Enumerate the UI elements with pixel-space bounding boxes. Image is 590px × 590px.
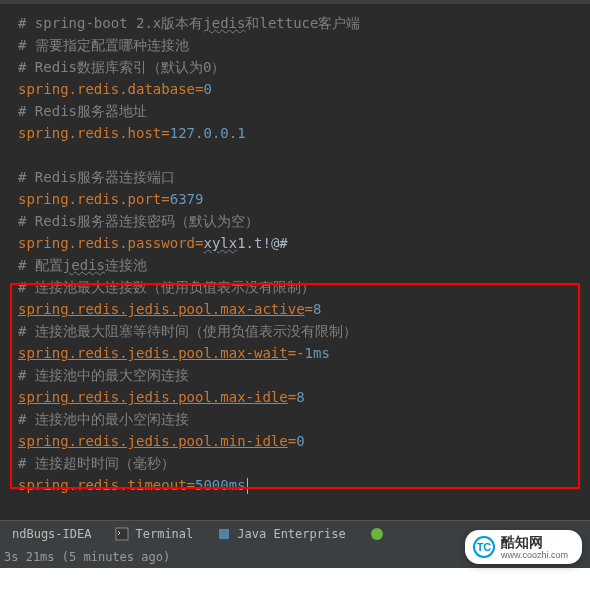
property-value: 8 <box>296 389 304 405</box>
code-line: spring.redis.jedis.pool.max-active=8 <box>0 298 590 320</box>
property-key: spring.redis.jedis.pool.max-wait <box>18 345 288 361</box>
comment-text: # Redis数据库索引（默认为0） <box>18 59 225 75</box>
comment-text: # Redis服务器地址 <box>18 103 147 119</box>
code-line: # spring-boot 2.x版本有jedis和lettuce客户端 <box>0 12 590 34</box>
terminal-icon <box>115 527 129 541</box>
tab-spring[interactable] <box>358 527 396 541</box>
watermark-logo-icon: TC <box>473 536 495 558</box>
property-value: 0 <box>203 81 211 97</box>
svg-rect-0 <box>116 528 128 540</box>
comment-text: # 需要指定配置哪种连接池 <box>18 37 189 53</box>
tab-findbugs[interactable]: ndBugs-IDEA <box>0 527 103 541</box>
code-line: spring.redis.timeout=5000ms <box>0 474 590 496</box>
property-key: spring.redis.jedis.pool.min-idle <box>18 433 288 449</box>
property-value: 5000ms <box>195 477 246 493</box>
code-line: # Redis数据库索引（默认为0） <box>0 56 590 78</box>
code-line: # 需要指定配置哪种连接池 <box>0 34 590 56</box>
code-line: # 连接池最大阻塞等待时间（使用负值表示没有限制） <box>0 320 590 342</box>
tab-java-label: Java Enterprise <box>237 527 345 541</box>
text-cursor <box>247 478 248 494</box>
tab-findbugs-label: ndBugs-IDEA <box>12 527 91 541</box>
code-line: # Redis服务器连接密码（默认为空） <box>0 210 590 232</box>
property-key: spring.redis.database <box>18 81 195 97</box>
comment-text: # Redis服务器连接端口 <box>18 169 175 185</box>
comment-text: # spring-boot 2.x版本有jedis和lettuce客户端 <box>18 15 360 31</box>
property-key: spring.redis.jedis.pool.max-active <box>18 301 305 317</box>
property-key: spring.redis.host <box>18 125 161 141</box>
comment-text: # 连接池中的最大空闲连接 <box>18 367 189 383</box>
comment-text: # 连接超时时间（毫秒） <box>18 455 175 471</box>
property-key: spring.redis.jedis.pool.max-idle <box>18 389 288 405</box>
property-key: spring.redis.port <box>18 191 161 207</box>
comment-text: # Redis服务器连接密码（默认为空） <box>18 213 259 229</box>
property-value: 0 <box>296 433 304 449</box>
code-line: # 连接池最大连接数（使用负值表示没有限制） <box>0 276 590 298</box>
code-line: # Redis服务器地址 <box>0 100 590 122</box>
property-value: 127.0.0.1 <box>170 125 246 141</box>
code-line: spring.redis.jedis.pool.max-idle=8 <box>0 386 590 408</box>
comment-text: # 连接池最大连接数（使用负值表示没有限制） <box>18 279 315 295</box>
code-line: spring.redis.password=xylx1.t!@# <box>0 232 590 254</box>
code-line: spring.redis.jedis.pool.max-wait=-1ms <box>0 342 590 364</box>
svg-rect-1 <box>219 529 229 539</box>
code-line <box>0 144 590 166</box>
status-text: 3s 21ms (5 minutes ago) <box>4 550 170 564</box>
comment-text: # 连接池中的最小空闲连接 <box>18 411 189 427</box>
tab-terminal-label: Terminal <box>135 527 193 541</box>
tab-java-enterprise[interactable]: Java Enterprise <box>205 527 357 541</box>
bottom-margin <box>0 568 590 590</box>
property-key: spring.redis.password <box>18 235 195 251</box>
code-line: # 连接超时时间（毫秒） <box>0 452 590 474</box>
code-line: # 连接池中的最大空闲连接 <box>0 364 590 386</box>
property-value: 6379 <box>170 191 204 207</box>
code-editor[interactable]: # spring-boot 2.x版本有jedis和lettuce客户端# 需要… <box>0 4 590 496</box>
svg-point-2 <box>371 528 383 540</box>
property-value: xylx1.t!@# <box>203 235 287 251</box>
tab-terminal[interactable]: Terminal <box>103 527 205 541</box>
code-line: spring.redis.host=127.0.0.1 <box>0 122 590 144</box>
property-value: 8 <box>313 301 321 317</box>
code-line: spring.redis.jedis.pool.min-idle=0 <box>0 430 590 452</box>
code-line: # 配置jedis连接池 <box>0 254 590 276</box>
code-line: # 连接池中的最小空闲连接 <box>0 408 590 430</box>
property-value: -1ms <box>296 345 330 361</box>
watermark-sub: www.coozhi.com <box>501 550 568 560</box>
spring-icon <box>370 527 384 541</box>
code-line: spring.redis.database=0 <box>0 78 590 100</box>
code-line: spring.redis.port=6379 <box>0 188 590 210</box>
watermark-badge: TC 酷知网 www.coozhi.com <box>465 530 582 564</box>
java-icon <box>217 527 231 541</box>
property-key: spring.redis.timeout <box>18 477 187 493</box>
comment-text: # 连接池最大阻塞等待时间（使用负值表示没有限制） <box>18 323 357 339</box>
comment-text: # 配置jedis连接池 <box>18 257 147 273</box>
code-line: # Redis服务器连接端口 <box>0 166 590 188</box>
